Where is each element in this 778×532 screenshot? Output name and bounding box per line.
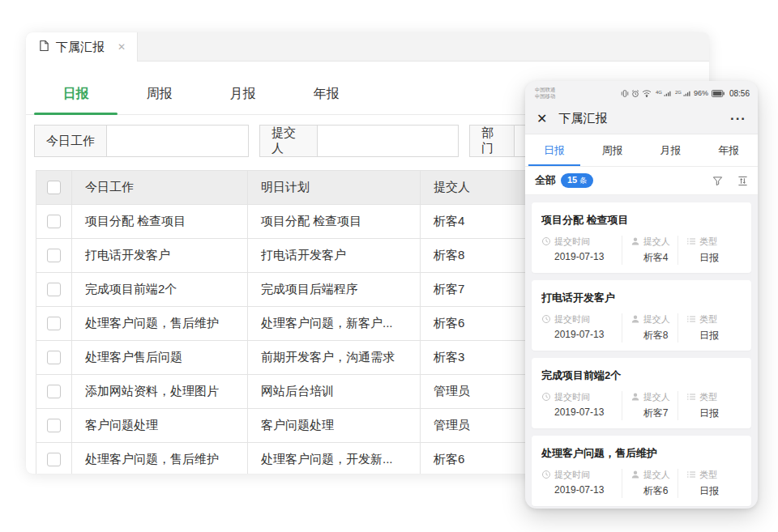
row-checkbox[interactable]	[47, 385, 61, 398]
tab-monthly-report[interactable]: 月报	[201, 76, 284, 114]
card-field-type: 类型 日报	[678, 313, 742, 343]
cell-today-work: 客户问题处理	[72, 409, 248, 443]
row-checkbox[interactable]	[47, 283, 61, 296]
clock-icon	[541, 470, 551, 481]
field-value: 析客6	[631, 484, 678, 498]
clock-icon	[541, 314, 551, 326]
count-unit: 条	[579, 176, 587, 186]
filter-icon[interactable]	[712, 176, 723, 186]
row-checkbox[interactable]	[47, 215, 61, 228]
carrier-bottom: 中国移动	[535, 93, 555, 99]
field-value: 日报	[686, 406, 742, 420]
cell-tomorrow-plan: 完成项目后端程序	[248, 273, 421, 307]
card-field-type: 类型 日报	[678, 236, 742, 265]
row-checkbox[interactable]	[47, 317, 61, 330]
tab-yearly-report[interactable]: 年报	[284, 76, 368, 114]
cell-tomorrow-plan: 项目分配 检查项目	[248, 205, 421, 239]
tab-label: 年报	[718, 144, 739, 156]
tab-daily-report[interactable]: 日报	[34, 76, 118, 114]
card-field-time: 提交时间 2019-07-13	[541, 469, 622, 498]
report-card[interactable]: 打电话开发客户 提交时间 2019-07-13 提交人 析客8 类型 日报	[532, 280, 751, 351]
submitter-input[interactable]	[318, 125, 459, 157]
filter-today-work: 今日工作	[34, 125, 249, 157]
more-icon[interactable]: ···	[730, 111, 746, 127]
field-value: 日报	[686, 251, 742, 265]
today-work-input[interactable]	[107, 125, 249, 157]
list-icon	[686, 236, 696, 248]
field-value: 2019-07-13	[541, 484, 622, 496]
filter-submitter-label: 提交人	[259, 125, 318, 157]
card-field-submitter: 提交人 析客6	[622, 469, 678, 498]
list-icon	[686, 470, 696, 481]
close-icon[interactable]: ✕	[118, 41, 126, 53]
field-label: 提交人	[643, 391, 670, 403]
wifi-icon	[642, 89, 652, 97]
phone-tab-weekly[interactable]: 周报	[584, 134, 642, 166]
phone-page-title: 下属汇报	[558, 111, 730, 126]
tab-label: 月报	[660, 144, 681, 156]
report-card[interactable]: 完成项目前端2个 提交时间 2019-07-13 提交人 析客7 类型 日报	[532, 358, 751, 428]
person-icon	[631, 314, 640, 326]
col-header-today-work: 今日工作	[72, 171, 248, 205]
field-label: 类型	[699, 391, 717, 403]
network-2g-label: 2G	[675, 90, 682, 95]
row-checkbox[interactable]	[47, 351, 61, 364]
cell-today-work: 处理客户售后问题	[72, 341, 248, 375]
window-tab-bar: 下属汇报 ✕	[26, 32, 709, 62]
person-icon	[631, 392, 640, 403]
select-all-checkbox[interactable]	[47, 181, 61, 194]
tab-weekly-report[interactable]: 周报	[118, 76, 201, 114]
row-checkbox[interactable]	[47, 249, 61, 262]
field-label: 类型	[699, 236, 717, 248]
phone-tab-daily[interactable]: 日报	[525, 134, 584, 166]
card-title: 项目分配 检查项目	[541, 213, 742, 228]
card-field-type: 类型 日报	[678, 469, 742, 498]
field-value: 析客7	[631, 406, 678, 420]
signal-bars-icon	[683, 89, 690, 97]
field-label: 提交人	[643, 469, 670, 481]
list-icon	[686, 314, 696, 326]
battery-icon	[712, 90, 725, 97]
filter-today-work-label: 今日工作	[34, 125, 107, 157]
clock-icon	[541, 236, 551, 248]
window-tab-subordinate-reports[interactable]: 下属汇报 ✕	[26, 32, 138, 62]
row-checkbox[interactable]	[47, 419, 61, 432]
field-label: 类型	[699, 469, 717, 481]
carrier-top: 中国联通	[535, 87, 555, 92]
field-value: 析客4	[631, 251, 678, 265]
cell-today-work: 处理客户问题，售后维护	[72, 307, 248, 341]
person-icon	[631, 236, 640, 248]
signal-bars-icon	[664, 89, 671, 97]
report-card[interactable]: 项目分配 检查项目 提交时间 2019-07-13 提交人 析客4 类型 日报	[532, 202, 751, 273]
card-field-type: 类型 日报	[678, 391, 742, 420]
card-field-time: 提交时间 2019-07-13	[541, 236, 622, 265]
tab-label: 周报	[602, 144, 623, 156]
phone-nav-bar: ✕ 下属汇报 ···	[525, 104, 758, 134]
count-value: 15	[567, 175, 577, 185]
col-header-tomorrow-plan: 明日计划	[248, 171, 421, 205]
field-label: 提交时间	[554, 391, 590, 403]
sort-icon[interactable]	[737, 176, 748, 186]
field-label: 提交人	[643, 313, 670, 326]
tab-label: 周报	[147, 87, 173, 100]
card-title: 打电话开发客户	[541, 291, 742, 305]
field-value: 日报	[686, 329, 742, 343]
report-card[interactable]: 处理客户问题，售后维护 提交时间 2019-07-13 提交人 析客6 类型 日…	[532, 436, 751, 506]
row-checkbox[interactable]	[47, 453, 61, 466]
phone-list-header: 全部 15 条	[525, 167, 758, 195]
filter-department-label: 部门	[469, 125, 515, 157]
close-icon[interactable]: ✕	[536, 111, 547, 126]
phone-status-bar: 中国联通 中国移动 4G 2G 96% 08	[525, 81, 758, 104]
document-icon	[39, 40, 49, 55]
alarm-icon	[631, 89, 639, 98]
phone-tab-monthly[interactable]: 月报	[642, 134, 700, 166]
card-field-time: 提交时间 2019-07-13	[541, 391, 622, 420]
network-4g-label: 4G	[656, 90, 662, 95]
cell-today-work: 添加网站资料，处理图片	[72, 375, 248, 409]
field-label: 提交时间	[554, 236, 590, 248]
battery-percent: 96%	[694, 89, 708, 97]
field-label: 类型	[699, 313, 717, 326]
phone-report-tabs: 日报 周报 月报 年报	[525, 134, 758, 167]
phone-tab-yearly[interactable]: 年报	[699, 134, 758, 166]
field-value: 日报	[686, 484, 742, 498]
